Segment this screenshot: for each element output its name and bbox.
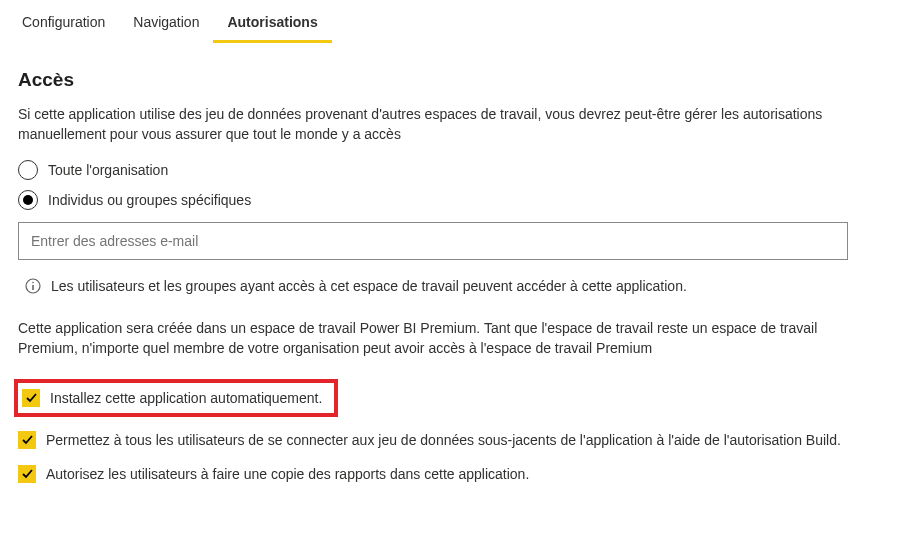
section-description: Si cette application utilise des jeu de … xyxy=(18,105,880,144)
tabs-bar: Configuration Navigation Autorisations xyxy=(0,0,898,43)
radio-label-entire-org: Toute l'organisation xyxy=(48,162,168,178)
checkbox-allow-build[interactable]: Permettez à tous les utilisateurs de se … xyxy=(18,431,880,449)
info-icon xyxy=(25,278,41,294)
checkbox-install-auto[interactable]: Installez cette application automatiquem… xyxy=(14,379,338,417)
checkbox-allow-copy[interactable]: Autorisez les utilisateurs à faire une c… xyxy=(18,465,880,483)
svg-point-2 xyxy=(32,282,34,284)
radio-specific[interactable]: Individus ou groupes spécifiques xyxy=(18,190,880,210)
premium-note: Cette application sera créée dans un esp… xyxy=(18,318,868,359)
access-radio-group: Toute l'organisation Individus ou groupe… xyxy=(18,160,880,210)
checkbox-label-allow-build: Permettez à tous les utilisateurs de se … xyxy=(46,432,841,448)
checkbox-label-install-auto: Installez cette application automatiquem… xyxy=(50,390,322,406)
radio-label-specific: Individus ou groupes spécifiques xyxy=(48,192,251,208)
checkbox-checked-icon xyxy=(22,389,40,407)
section-title: Accès xyxy=(18,69,880,91)
content-area: Accès Si cette application utilise des j… xyxy=(0,43,898,517)
info-text: Les utilisateurs et les groupes ayant ac… xyxy=(51,278,687,294)
tab-configuration[interactable]: Configuration xyxy=(8,8,119,43)
checkbox-checked-icon xyxy=(18,465,36,483)
info-row: Les utilisateurs et les groupes ayant ac… xyxy=(18,278,880,294)
email-input[interactable] xyxy=(18,222,848,260)
radio-circle-icon xyxy=(18,160,38,180)
checkbox-label-allow-copy: Autorisez les utilisateurs à faire une c… xyxy=(46,466,529,482)
checkbox-checked-icon xyxy=(18,431,36,449)
radio-entire-org[interactable]: Toute l'organisation xyxy=(18,160,880,180)
radio-circle-selected-icon xyxy=(18,190,38,210)
tab-authorizations[interactable]: Autorisations xyxy=(213,8,331,43)
tab-navigation[interactable]: Navigation xyxy=(119,8,213,43)
